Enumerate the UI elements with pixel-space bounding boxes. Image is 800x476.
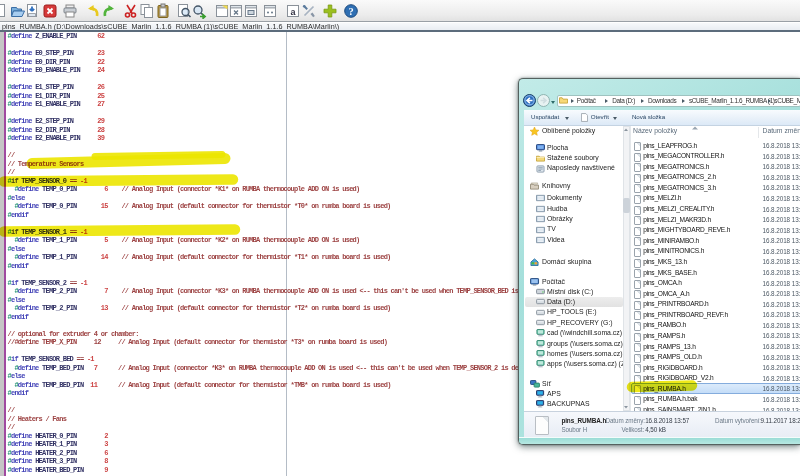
svg-text:?: ? xyxy=(348,6,353,17)
